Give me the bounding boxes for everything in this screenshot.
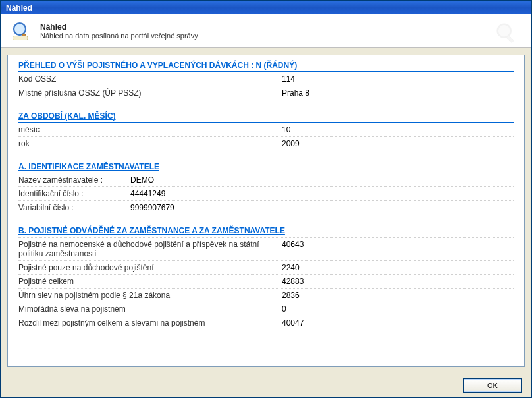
row-label: Rozdíl mezi pojistným celkem a slevami n… (18, 318, 282, 327)
row-value: 2240 (282, 263, 514, 272)
window: Náhled Náhled Náhled na data posílaná na… (0, 0, 532, 398)
ok-button-underline: O (487, 382, 493, 389)
row-label: měsíc (18, 125, 282, 134)
row-label: Variabilní číslo : (18, 203, 130, 212)
row-value: DEMO (130, 175, 514, 185)
header-title: Náhled (40, 22, 198, 32)
data-row: Pojistné na nemocenské a důchodové pojiš… (18, 237, 514, 260)
row-label: Místně příslušná OSSZ (ÚP PSSZ) (18, 88, 282, 98)
row-label: Pojistné pouze na důchodové pojištění (18, 263, 282, 272)
row-label: Kód OSSZ (18, 74, 282, 84)
row-value: 2009 (282, 139, 514, 148)
preview-icon (10, 19, 34, 43)
ok-button-rest: K (493, 382, 498, 389)
content-scroll[interactable]: PŘEHLED O VÝŠI POJISTNÉHO A VYPLACENÝCH … (8, 55, 524, 366)
row-label: Úhrn slev na pojistném podle § 21a zákon… (18, 291, 282, 300)
header-subtitle: Náhled na data posílaná na portál veřejn… (40, 32, 198, 40)
section-heading-period: ZA OBDOBÍ (KAL. MĚSÍC) (18, 111, 514, 123)
row-label: Mimořádná sleva na pojistném (18, 304, 282, 314)
section-heading-insurance: B. POJISTNÉ ODVÁDĚNÉ ZA ZAMĚSTNANCE A ZA… (18, 226, 514, 237)
row-label: Název zaměstnavatele : (18, 175, 130, 185)
row-value: 114 (282, 74, 514, 84)
row-value: 40643 (282, 240, 514, 258)
row-label: Pojistné na nemocenské a důchodové pojiš… (18, 240, 282, 258)
section-heading-employer: A. IDENTIFIKACE ZAMĚSTNAVATELE (18, 162, 514, 173)
data-row: Úhrn slev na pojistném podle § 21a zákon… (18, 288, 514, 302)
data-row: Pojistné pouze na důchodové pojištění 22… (18, 260, 514, 274)
row-value: Praha 8 (282, 88, 514, 98)
footer: OK (1, 374, 531, 397)
svg-rect-2 (13, 36, 28, 40)
section-heading-overview: PŘEHLED O VÝŠI POJISTNÉHO A VYPLACENÝCH … (18, 61, 514, 72)
svg-point-0 (14, 23, 26, 35)
data-row: Variabilní číslo : 9999907679 (18, 200, 514, 214)
row-value: 40047 (282, 318, 514, 327)
data-row: Kód OSSZ 114 (18, 72, 514, 86)
data-row: Rozdíl mezi pojistným celkem a slevami n… (18, 316, 514, 329)
row-value: 2836 (282, 291, 514, 300)
data-row: Identifikační číslo : 44441249 (18, 186, 514, 200)
header-strip: Náhled Náhled na data posílaná na portál… (1, 14, 531, 47)
decorative-watermark-icon (492, 20, 521, 47)
row-label: Pojistné celkem (18, 277, 282, 286)
data-row: Název zaměstnavatele : DEMO (18, 173, 514, 186)
row-value: 0 (282, 304, 514, 314)
row-value: 10 (282, 125, 514, 134)
data-row: rok 2009 (18, 136, 514, 150)
data-row: Místně příslušná OSSZ (ÚP PSSZ) Praha 8 (18, 86, 514, 100)
data-row: Pojistné celkem 42883 (18, 274, 514, 288)
svg-rect-4 (506, 36, 514, 43)
title-bar: Náhled (1, 1, 531, 14)
ok-button[interactable]: OK (463, 378, 522, 393)
row-label: Identifikační číslo : (18, 189, 130, 198)
content-panel: PŘEHLED O VÝŠI POJISTNÉHO A VYPLACENÝCH … (7, 55, 525, 367)
row-value: 9999907679 (130, 203, 514, 212)
row-value: 44441249 (130, 189, 514, 198)
svg-point-3 (498, 24, 511, 38)
window-title: Náhled (6, 3, 32, 13)
header-text: Náhled Náhled na data posílaná na portál… (40, 22, 198, 40)
row-value: 42883 (282, 277, 514, 286)
data-row: Mimořádná sleva na pojistném 0 (18, 302, 514, 316)
data-row: měsíc 10 (18, 123, 514, 136)
row-label: rok (18, 139, 282, 148)
